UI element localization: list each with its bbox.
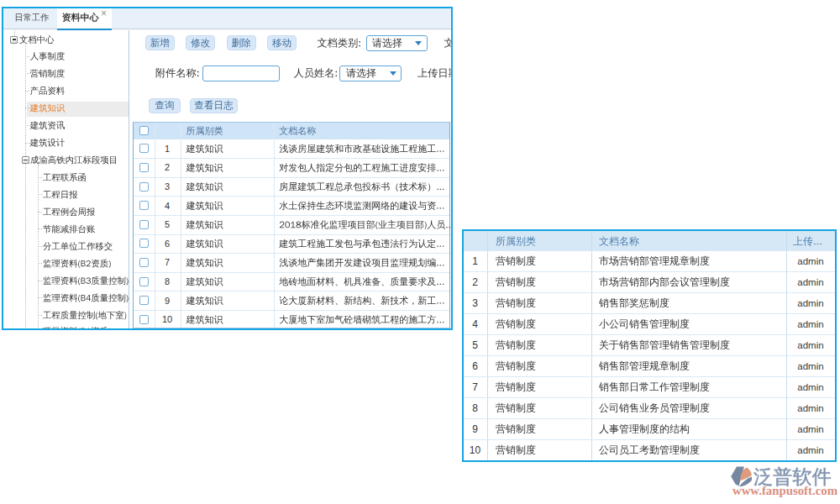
- svg-text:www.fanpusoft.com: www.fanpusoft.com: [732, 484, 838, 497]
